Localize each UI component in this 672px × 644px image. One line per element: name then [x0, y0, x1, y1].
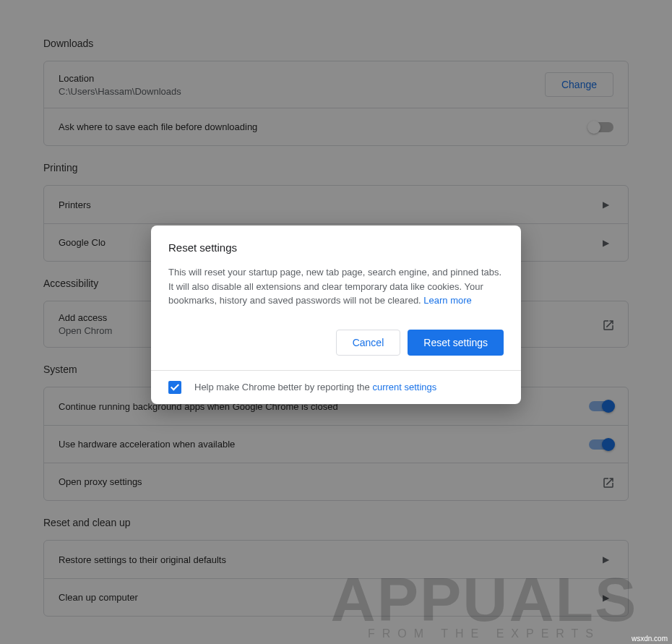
current-settings-link[interactable]: current settings — [372, 382, 436, 392]
dialog-actions: Cancel Reset settings — [168, 330, 504, 356]
reset-settings-dialog: Reset settings This will reset your star… — [151, 226, 521, 404]
dialog-description: This will reset your startup page, new t… — [168, 265, 504, 308]
cancel-button[interactable]: Cancel — [336, 330, 401, 356]
help-report-text: Help make Chrome better by reporting the… — [194, 382, 436, 392]
attribution-text: wsxdn.com — [632, 635, 668, 643]
dialog-title: Reset settings — [168, 241, 504, 254]
dialog-body: Reset settings This will reset your star… — [151, 226, 521, 370]
help-report-checkbox[interactable] — [168, 381, 181, 394]
help-report-prefix: Help make Chrome better by reporting the — [194, 382, 372, 392]
learn-more-link[interactable]: Learn more — [423, 295, 471, 306]
dialog-footer: Help make Chrome better by reporting the… — [151, 370, 521, 404]
reset-settings-button[interactable]: Reset settings — [408, 330, 504, 356]
